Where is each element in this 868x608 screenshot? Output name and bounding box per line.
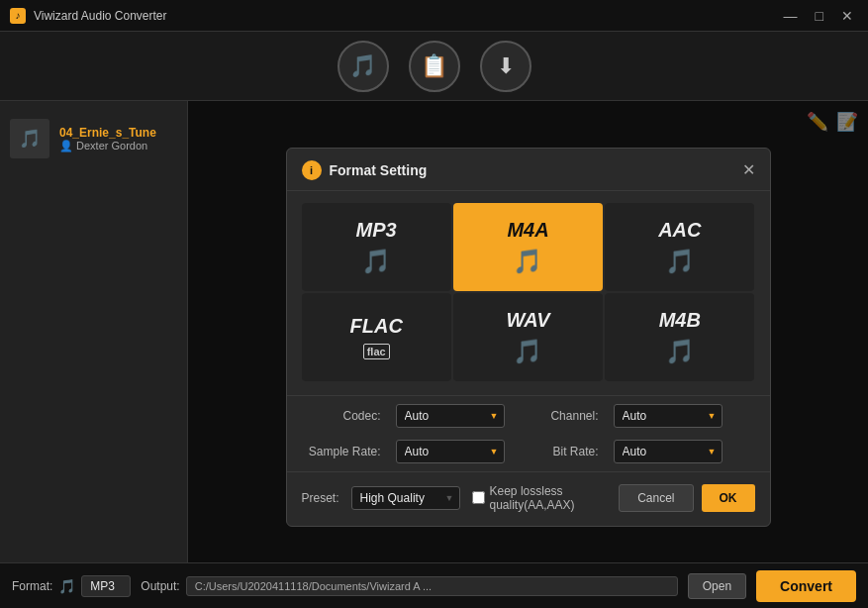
close-button[interactable]: ✕ bbox=[836, 6, 858, 26]
lossless-checkbox[interactable] bbox=[472, 491, 485, 504]
file-list-icon: 📋 bbox=[421, 53, 447, 79]
download-button[interactable]: ⬇ bbox=[480, 41, 531, 92]
add-music-icon: 🎵 bbox=[349, 53, 376, 79]
modal-overlay: i Format Setting ✕ MP3 🎵 M4A 🎵 bbox=[188, 101, 868, 562]
format-flac[interactable]: FLAC flac bbox=[302, 293, 451, 381]
album-art: 🎵 bbox=[10, 119, 49, 158]
codec-select-wrapper: Auto bbox=[396, 404, 505, 428]
format-aac[interactable]: AAC 🎵 bbox=[605, 203, 754, 291]
modal-title-icon: i bbox=[302, 160, 322, 180]
format-value: MP3 bbox=[81, 575, 131, 597]
lossless-checkbox-label[interactable]: Keep lossless quality(AA,AAX) bbox=[472, 484, 608, 512]
bit-rate-select[interactable]: Auto bbox=[614, 440, 723, 463]
channel-label: Channel: bbox=[520, 409, 599, 423]
format-flac-icon: flac bbox=[363, 344, 390, 359]
codec-channel-row: Codec: Auto Channel: Auto bbox=[287, 398, 770, 434]
track-name: 04_Ernie_s_Tune bbox=[59, 126, 177, 140]
sample-rate-select-wrapper: Auto bbox=[396, 440, 505, 463]
divider-1 bbox=[287, 395, 770, 396]
ok-button[interactable]: OK bbox=[702, 484, 755, 512]
format-m4b[interactable]: M4B 🎵 bbox=[605, 293, 754, 381]
file-list-button[interactable]: 📋 bbox=[409, 41, 460, 92]
lossless-label: Keep lossless quality(AA,AAX) bbox=[490, 484, 608, 512]
preset-row: Preset: High Quality Keep lossless quali… bbox=[287, 474, 770, 526]
output-path: C:/Users/U2020411118/Documents/Viwizard … bbox=[186, 576, 678, 596]
format-grid: MP3 🎵 M4A 🎵 AAC 🎵 FLAC bbox=[287, 191, 770, 393]
modal-close-button[interactable]: ✕ bbox=[742, 160, 755, 179]
samplerate-bitrate-row: Sample Rate: Auto Bit Rate: Auto bbox=[287, 434, 770, 469]
output-display: Output: C:/Users/U2020411118/Documents/V… bbox=[141, 576, 677, 596]
format-display: Format: 🎵 MP3 bbox=[12, 575, 131, 597]
main-area: 🎵 04_Ernie_s_Tune 👤 Dexter Gordon ✏️ 📝 bbox=[0, 101, 868, 562]
modal-title-row: i Format Setting bbox=[302, 160, 428, 180]
cancel-button[interactable]: Cancel bbox=[619, 484, 693, 512]
format-label: Format: bbox=[12, 579, 52, 593]
convert-button[interactable]: Convert bbox=[756, 570, 856, 602]
track-info: 04_Ernie_s_Tune 👤 Dexter Gordon bbox=[59, 126, 177, 152]
divider-2 bbox=[287, 471, 770, 472]
modal-buttons: Cancel OK bbox=[619, 484, 754, 512]
app-icon: ♪ bbox=[10, 8, 26, 24]
person-icon: 👤 bbox=[59, 140, 76, 152]
format-m4a-label: M4A bbox=[507, 219, 548, 242]
track-item[interactable]: 🎵 04_Ernie_s_Tune 👤 Dexter Gordon bbox=[0, 111, 187, 166]
bit-rate-select-wrapper: Auto bbox=[614, 440, 723, 463]
modal-title: Format Setting bbox=[330, 162, 428, 178]
format-aac-label: AAC bbox=[658, 219, 701, 242]
format-wav[interactable]: WAV 🎵 bbox=[453, 293, 603, 381]
output-label: Output: bbox=[141, 579, 179, 593]
format-setting-modal: i Format Setting ✕ MP3 🎵 M4A 🎵 bbox=[286, 148, 771, 527]
format-m4b-label: M4B bbox=[659, 309, 701, 332]
top-toolbar: 🎵 📋 ⬇ bbox=[0, 32, 868, 101]
download-icon: ⬇ bbox=[497, 53, 515, 79]
preset-label: Preset: bbox=[302, 491, 339, 505]
add-music-button[interactable]: 🎵 bbox=[338, 41, 389, 92]
sample-rate-select[interactable]: Auto bbox=[396, 440, 505, 463]
app-title: Viwizard Audio Converter bbox=[34, 9, 167, 23]
format-m4b-icon: 🎵 bbox=[665, 338, 695, 365]
format-mp3-label: MP3 bbox=[356, 219, 397, 242]
bottom-bar: Format: 🎵 MP3 Output: C:/Users/U20204111… bbox=[0, 562, 868, 608]
preset-select-wrapper: High Quality bbox=[351, 486, 460, 510]
codec-label: Codec: bbox=[302, 409, 381, 423]
format-mp3-icon: 🎵 bbox=[361, 248, 391, 275]
sample-rate-label: Sample Rate: bbox=[302, 445, 381, 458]
channel-select-wrapper: Auto bbox=[614, 404, 723, 428]
format-wav-icon: 🎵 bbox=[513, 338, 542, 365]
title-bar: ♪ Viwizard Audio Converter — □ ✕ bbox=[0, 0, 868, 32]
format-flac-label: FLAC bbox=[350, 315, 403, 338]
sidebar: 🎵 04_Ernie_s_Tune 👤 Dexter Gordon bbox=[0, 101, 188, 562]
content-panel: ✏️ 📝 i Format Setting ✕ MP3 bbox=[188, 101, 868, 562]
open-button[interactable]: Open bbox=[688, 573, 746, 599]
format-m4a-icon: 🎵 bbox=[513, 248, 542, 275]
minimize-button[interactable]: — bbox=[779, 6, 803, 26]
format-mp3[interactable]: MP3 🎵 bbox=[302, 203, 451, 291]
codec-select[interactable]: Auto bbox=[396, 404, 505, 428]
title-bar-controls: — □ ✕ bbox=[779, 6, 858, 26]
channel-select[interactable]: Auto bbox=[614, 404, 723, 428]
preset-select[interactable]: High Quality bbox=[351, 486, 460, 510]
format-wav-label: WAV bbox=[506, 309, 549, 332]
format-aac-icon: 🎵 bbox=[665, 248, 695, 275]
bit-rate-label: Bit Rate: bbox=[520, 445, 599, 458]
modal-header: i Format Setting ✕ bbox=[287, 149, 770, 191]
format-m4a[interactable]: M4A 🎵 bbox=[453, 203, 603, 291]
track-artist: 👤 Dexter Gordon bbox=[59, 140, 177, 152]
title-bar-left: ♪ Viwizard Audio Converter bbox=[10, 8, 167, 24]
maximize-button[interactable]: □ bbox=[811, 6, 828, 26]
format-small-icon: 🎵 bbox=[58, 578, 75, 594]
